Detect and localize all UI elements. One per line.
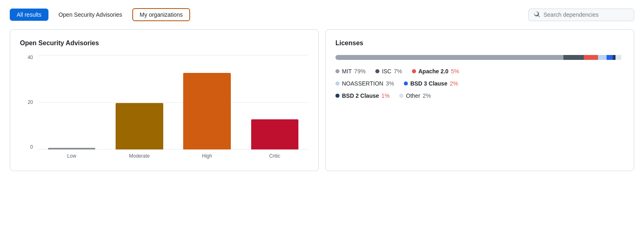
legend-row-2: BSD 2 Clause 1%Other 2% bbox=[335, 92, 624, 99]
license-segment-bsd-2-clause bbox=[613, 55, 616, 60]
legend-row-1: NOASSERTION 3%BSD 3 Clause 2% bbox=[335, 80, 624, 87]
license-segment-other bbox=[616, 55, 621, 60]
bar-chart: 40 20 0 LowModerateHighCritic bbox=[20, 55, 309, 161]
legend-dot-noassertion bbox=[335, 81, 340, 86]
y-label-40: 40 bbox=[28, 55, 33, 60]
license-bar-wrapper bbox=[335, 55, 624, 60]
legend-name-apache-2.0: Apache 2.0 bbox=[418, 68, 449, 75]
bar-label-low: Low bbox=[67, 152, 76, 161]
legend-pct-mit: 79% bbox=[354, 68, 366, 75]
y-label-20: 20 bbox=[28, 100, 33, 105]
bar-group-critic: Critic bbox=[241, 55, 309, 161]
bar-low bbox=[48, 148, 95, 149]
legend-pct-bsd-2-clause: 1% bbox=[381, 92, 390, 99]
licenses-card-title: Licenses bbox=[335, 40, 624, 47]
bar-label-critic: Critic bbox=[269, 152, 280, 161]
legend-item-isc: ISC 7% bbox=[375, 68, 402, 75]
tab-my-organizations[interactable]: My organizations bbox=[132, 8, 190, 21]
search-icon bbox=[534, 11, 540, 19]
legend-pct-bsd-3-clause: 2% bbox=[450, 80, 458, 87]
license-segment-mit bbox=[335, 55, 563, 60]
search-input[interactable] bbox=[543, 11, 629, 18]
legend-dot-mit bbox=[335, 69, 340, 73]
y-axis: 40 20 0 bbox=[20, 55, 36, 149]
legend-item-other: Other 2% bbox=[399, 92, 431, 99]
security-advisories-card: Open Security Advisories 40 20 0 LowMode… bbox=[10, 29, 319, 171]
cards-row: Open Security Advisories 40 20 0 LowMode… bbox=[10, 29, 634, 171]
legend-item-bsd-2-clause: BSD 2 Clause 1% bbox=[335, 92, 390, 99]
license-segment-isc bbox=[563, 55, 584, 60]
legend-dot-bsd-2-clause bbox=[335, 94, 340, 98]
bar-moderate bbox=[116, 103, 163, 149]
bar-group-low: Low bbox=[38, 55, 105, 161]
legend-name-bsd-2-clause: BSD 2 Clause bbox=[342, 92, 379, 99]
chart-inner: LowModerateHighCritic bbox=[38, 55, 309, 161]
bar-label-high: High bbox=[202, 152, 212, 161]
legend-dot-apache-2.0 bbox=[412, 69, 416, 73]
legend-item-mit: MIT 79% bbox=[335, 68, 366, 75]
legend-name-mit: MIT bbox=[342, 68, 352, 75]
tabs-row: All results Open Security Advisories My … bbox=[10, 8, 634, 21]
legend-pct-isc: 7% bbox=[394, 68, 402, 75]
license-bar bbox=[335, 55, 624, 60]
legend-dot-isc bbox=[375, 69, 379, 73]
legend-pct-noassertion: 3% bbox=[386, 80, 394, 87]
bar-group-moderate: Moderate bbox=[105, 55, 173, 161]
legend-name-noassertion: NOASSERTION bbox=[342, 80, 383, 87]
legend-pct-other: 2% bbox=[423, 92, 431, 99]
bar-group-high: High bbox=[173, 55, 241, 161]
legend-name-other: Other bbox=[406, 92, 420, 99]
license-segment-noassertion bbox=[598, 55, 607, 60]
bar-critic bbox=[251, 119, 298, 149]
license-legend: MIT 79%ISC 7%Apache 2.0 5%NOASSERTION 3%… bbox=[335, 68, 624, 99]
legend-name-isc: ISC bbox=[382, 68, 391, 75]
licenses-card: Licenses MIT 79%ISC 7%Apache 2.0 5%NOASS… bbox=[325, 29, 634, 171]
license-segment-bsd-3-clause bbox=[607, 55, 612, 60]
search-box bbox=[528, 9, 634, 21]
legend-dot-bsd-3-clause bbox=[404, 81, 408, 86]
security-card-title: Open Security Advisories bbox=[20, 40, 309, 47]
tab-all-results[interactable]: All results bbox=[10, 9, 48, 21]
legend-name-bsd-3-clause: BSD 3 Clause bbox=[410, 80, 447, 87]
legend-item-bsd-3-clause: BSD 3 Clause 2% bbox=[404, 80, 458, 87]
legend-item-apache-2.0: Apache 2.0 5% bbox=[412, 68, 459, 75]
tab-open-security[interactable]: Open Security Advisories bbox=[52, 9, 129, 21]
legend-dot-other bbox=[399, 94, 403, 98]
y-label-0: 0 bbox=[30, 145, 33, 149]
bar-label-moderate: Moderate bbox=[129, 152, 150, 161]
legend-pct-apache-2.0: 5% bbox=[451, 68, 459, 75]
bar-high bbox=[183, 73, 230, 149]
license-segment-apache-2.0 bbox=[584, 55, 598, 60]
legend-row-0: MIT 79%ISC 7%Apache 2.0 5% bbox=[335, 68, 624, 75]
legend-item-noassertion: NOASSERTION 3% bbox=[335, 80, 394, 87]
